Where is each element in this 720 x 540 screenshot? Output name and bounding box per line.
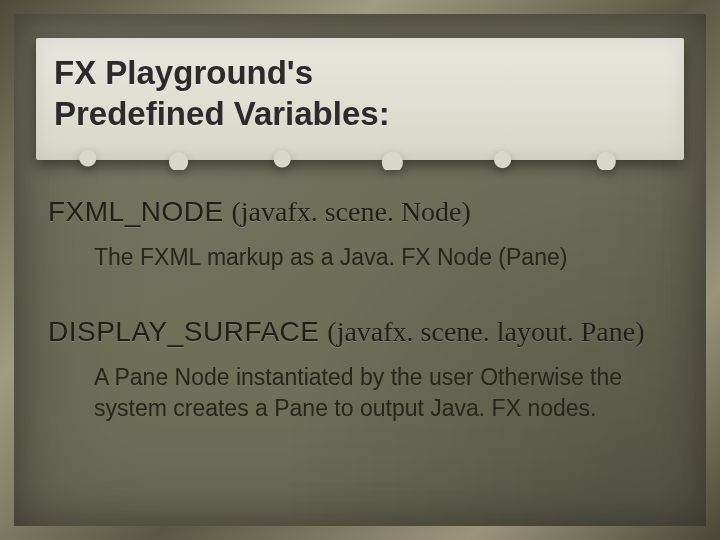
variable-description: The FXML markup as a Java. FX Node (Pane… [94,242,654,272]
title-line-2: Predefined Variables: [54,95,390,132]
variable-heading: FXML_NODE (javafx. scene. Node) [48,196,666,228]
variable-block: DISPLAY_SURFACE (javafx. scene. layout. … [48,316,666,423]
variable-block: FXML_NODE (javafx. scene. Node) The FXML… [48,196,666,272]
variable-type: (javafx. scene. layout. Pane) [327,316,644,347]
variable-description: A Pane Node instantiated by the user Oth… [94,362,654,423]
slide-title: FX Playground's Predefined Variables: [54,52,666,135]
slide-body: FXML_NODE (javafx. scene. Node) The FXML… [48,196,666,467]
title-card: FX Playground's Predefined Variables: [36,38,684,160]
variable-heading: DISPLAY_SURFACE (javafx. scene. layout. … [48,316,666,348]
variable-name: DISPLAY_SURFACE [48,316,320,347]
slide-background: FX Playground's Predefined Variables: FX… [0,0,720,540]
variable-type: (javafx. scene. Node) [231,196,470,227]
variable-name: FXML_NODE [48,196,224,227]
title-line-1: FX Playground's [54,54,313,91]
